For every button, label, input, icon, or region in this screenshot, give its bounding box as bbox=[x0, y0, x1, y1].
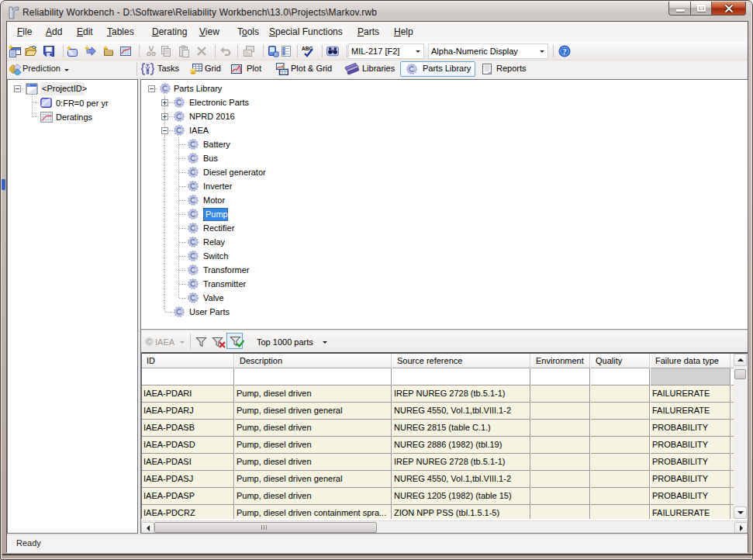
svg-text:?: ? bbox=[563, 47, 567, 56]
